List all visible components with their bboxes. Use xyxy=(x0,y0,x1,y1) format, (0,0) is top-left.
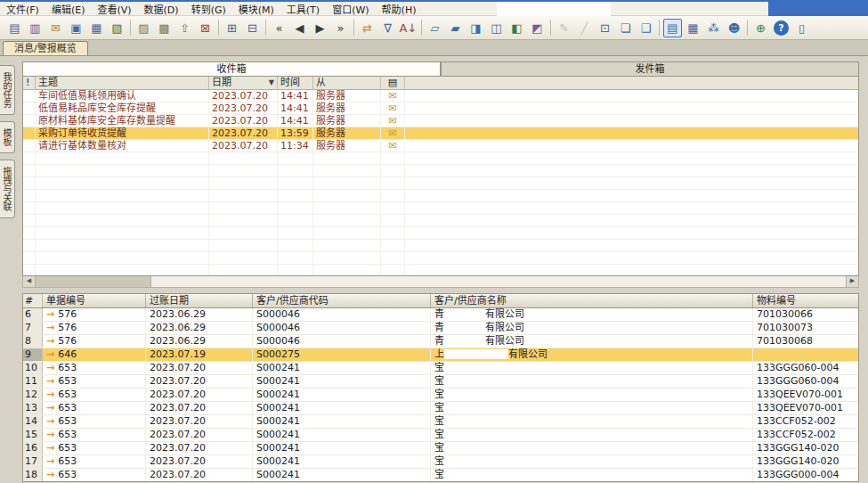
menu-item[interactable]: 转到(G) xyxy=(185,1,232,17)
tab-message-alert-overview[interactable]: 消息/警报概览 xyxy=(3,41,88,55)
inbox-row[interactable]: 低值易耗品库安全库存提醒2023.07.2014:41服务器✉ xyxy=(23,102,858,115)
column-time[interactable]: 时间 xyxy=(278,77,313,89)
restore-icon[interactable]: ⊟ xyxy=(243,19,262,37)
menu-item[interactable]: 窗口(W) xyxy=(326,1,375,17)
row-number-cell[interactable]: 14 xyxy=(23,415,43,428)
org-chart-icon[interactable]: ⁂ xyxy=(704,19,723,37)
grid-row[interactable]: 6→5762023.06.29S000046青有限公司701030066 xyxy=(23,308,858,322)
web-browser-icon[interactable]: ⊕ xyxy=(751,19,770,37)
next-record-icon[interactable]: ▶ xyxy=(311,19,329,37)
link-arrow-icon[interactable]: → xyxy=(46,429,54,440)
sidebar-tab-drag-relate[interactable]: 拖拽与关联 xyxy=(0,160,15,218)
link-arrow-icon[interactable]: → xyxy=(46,389,54,400)
previous-record-icon[interactable]: ◀ xyxy=(290,19,309,37)
column-alert[interactable]: ! xyxy=(23,77,36,89)
row-number-cell[interactable]: 10 xyxy=(23,362,43,374)
filter-icon[interactable]: ∇ xyxy=(378,19,397,37)
grid-row[interactable]: 16→6532023.07.20S000241宝133GGG140-020 xyxy=(23,442,858,455)
form-settings-icon[interactable]: ⊡ xyxy=(596,19,614,37)
sort-icon[interactable]: A↓ xyxy=(399,19,418,37)
row-number-cell[interactable]: 16 xyxy=(23,442,43,454)
lock-document-icon[interactable]: ⊠ xyxy=(196,19,215,37)
send-document-icon[interactable]: ⇧ xyxy=(175,19,194,37)
grid-row[interactable]: 17→6532023.07.20S000241宝133GGG140-020 xyxy=(23,455,858,469)
scroll-left-icon[interactable]: ◀ xyxy=(23,276,36,287)
grid-row[interactable]: 7→5762023.06.29S000046青有限公司701030073 xyxy=(23,322,858,335)
send-sms-icon[interactable]: ▣ xyxy=(67,19,85,37)
grid-row[interactable]: 15→6532023.07.20S000241宝133CCF052-002 xyxy=(23,429,858,442)
column-row-number[interactable]: # xyxy=(23,294,43,307)
menu-item[interactable]: 查看(V) xyxy=(91,1,137,17)
copy-icon[interactable]: ▱ xyxy=(426,19,444,37)
link-arrow-icon[interactable]: → xyxy=(46,415,54,427)
row-number-cell[interactable]: 12 xyxy=(23,389,43,401)
print-icon[interactable]: ▥ xyxy=(26,19,45,37)
column-subject[interactable]: 主题 xyxy=(36,77,209,89)
row-number-cell[interactable]: 15 xyxy=(23,429,43,441)
column-material-number[interactable]: 物料编号 xyxy=(753,294,858,307)
comment-icon[interactable]: ❏ xyxy=(616,19,635,37)
menu-item[interactable]: 文件(F) xyxy=(0,1,45,17)
envelope-icon[interactable]: ✉ xyxy=(388,102,396,114)
link-arrow-icon[interactable]: → xyxy=(46,322,54,333)
scrollbar-thumb[interactable] xyxy=(36,276,151,287)
link-arrow-icon[interactable]: → xyxy=(46,348,54,360)
grid-row[interactable]: 13→6532023.07.20S000241宝133QEEV070-001 xyxy=(23,402,858,415)
refresh-icon[interactable]: ⇄ xyxy=(358,19,377,37)
column-from[interactable]: 从 xyxy=(313,77,381,89)
row-number-cell[interactable]: 13 xyxy=(23,402,43,414)
row-number-cell[interactable]: 7 xyxy=(23,322,43,334)
inbox-row[interactable]: 车间低值易耗领用确认2023.07.2014:41服务器✉ xyxy=(23,90,858,102)
column-document-number[interactable]: 单据编号 xyxy=(43,294,146,307)
link-arrow-icon[interactable]: → xyxy=(46,455,54,467)
tab-inbox[interactable]: 收件箱 xyxy=(22,61,441,76)
print-sequence-icon[interactable]: ▦ xyxy=(87,19,106,37)
row-number-cell[interactable]: 18 xyxy=(23,469,43,481)
column-bp-name[interactable]: 客户/供应商名称 xyxy=(431,294,753,307)
grid-row[interactable]: 11→6532023.07.20S000241宝133GGG060-004 xyxy=(23,375,858,389)
menu-item[interactable]: 模块(M) xyxy=(232,1,280,17)
row-number-cell[interactable]: 8 xyxy=(23,335,43,348)
duplicate-document-icon[interactable]: ▩ xyxy=(155,19,174,37)
email-icon[interactable]: ✉ xyxy=(46,19,65,37)
find-icon[interactable]: ⊞ xyxy=(223,19,241,37)
system-messages-icon[interactable]: ▤ xyxy=(663,19,682,37)
column-date[interactable]: 日期▼ xyxy=(209,77,278,89)
user-icon[interactable]: ☻ xyxy=(725,19,743,37)
grid-row[interactable]: 8→5762023.06.29S000046青有限公司701030068 xyxy=(23,335,858,348)
attachment-column-icon[interactable]: ▤ xyxy=(381,77,405,89)
sidebar-tab-my-tasks[interactable]: 我的任务 xyxy=(0,65,15,115)
inbox-row[interactable]: 原材料基体库安全库存数量提醒2023.07.2014:41服务器✉ xyxy=(23,115,858,127)
attachment-icon[interactable]: ◩ xyxy=(528,19,547,37)
menu-item[interactable]: 数据(D) xyxy=(138,1,185,17)
envelope-icon[interactable]: ✉ xyxy=(388,127,396,139)
chart-icon[interactable]: ◧ xyxy=(507,19,526,37)
sidebar-tab-templates[interactable]: 模板 xyxy=(0,121,15,153)
envelope-icon[interactable]: ✉ xyxy=(388,140,396,151)
tab-outbox[interactable]: 发件箱 xyxy=(441,61,859,76)
grid-row[interactable]: 9→6462023.07.19S000275上有限公司 xyxy=(23,348,858,362)
menu-item[interactable]: 帮助(H) xyxy=(376,1,423,17)
link-arrow-icon[interactable]: → xyxy=(46,362,54,373)
row-number-cell[interactable]: 11 xyxy=(23,375,43,388)
scroll-right-icon[interactable]: ▶ xyxy=(846,276,858,287)
link-arrow-icon[interactable]: → xyxy=(46,335,54,347)
row-number-cell[interactable]: 9 xyxy=(23,348,43,361)
inbox-row[interactable]: 采购订单待收货提醒2023.07.2013:59服务器✉ xyxy=(23,127,858,140)
menu-item[interactable]: 编辑(E) xyxy=(45,1,92,17)
paste-icon[interactable]: ▰ xyxy=(446,19,465,37)
link-arrow-icon[interactable]: → xyxy=(46,442,54,454)
link-arrow-icon[interactable]: → xyxy=(46,375,54,387)
menu-item[interactable]: 工具(T) xyxy=(280,1,326,17)
column-posting-date[interactable]: 过账日期 xyxy=(146,294,253,307)
copy-table-icon[interactable]: ◨ xyxy=(466,19,485,37)
chat-icon[interactable]: ❑ xyxy=(637,19,655,37)
envelope-icon[interactable]: ✉ xyxy=(388,90,396,102)
link-arrow-icon[interactable]: → xyxy=(46,469,54,480)
row-number-cell[interactable]: 17 xyxy=(23,455,43,468)
picture-icon[interactable]: ◫ xyxy=(487,19,506,37)
grid-row[interactable]: 12→6532023.07.20S000241宝133QEEV070-001 xyxy=(23,389,858,402)
column-bp-code[interactable]: 客户/供应商代码 xyxy=(253,294,431,307)
last-record-icon[interactable]: » xyxy=(331,19,350,37)
grid-row[interactable]: 10→6532023.07.20S000241宝133GGG060-004 xyxy=(23,362,858,375)
